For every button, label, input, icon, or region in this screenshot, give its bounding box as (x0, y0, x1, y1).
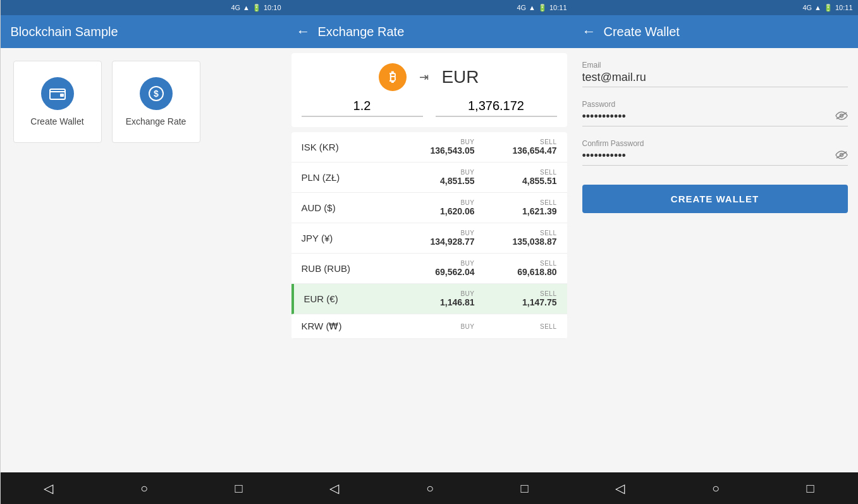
rate-row-rub: RUB (RUB) BUY 69,562.04 SELL 69,618.80 (291, 254, 567, 284)
rate-values-isk: BUY 136,543.05 SELL 136,654.47 (418, 138, 557, 156)
exchange-rate-card[interactable]: $ Exchange Rate (112, 61, 200, 143)
buy-col-krw: BUY (418, 323, 475, 330)
recents-btn-1[interactable]: □ (223, 476, 255, 501)
confirm-password-group: Confirm Password (582, 139, 848, 166)
buy-col-rub: BUY 69,562.04 (418, 260, 475, 277)
signal-icon-2: 4G (517, 4, 526, 11)
buy-value-pln: 4,851.55 (418, 176, 475, 186)
sell-value-isk: 136,654.47 (500, 145, 557, 156)
main-content: Create Wallet $ Exchange Rate (1, 48, 286, 472)
top-bar-1: Blockchain Sample (1, 15, 286, 48)
confirm-password-input[interactable] (582, 149, 835, 163)
buy-col-pln: BUY 4,851.55 (418, 169, 475, 186)
recents-btn-2[interactable]: □ (508, 476, 541, 501)
currency-eur: EUR (€) (304, 293, 418, 304)
bottom-nav-2: ◁ ○ □ (286, 472, 572, 504)
screen-main: 4G ▲ 🔋 10:10 Blockchain Sample Create Wa… (1, 0, 286, 504)
bottom-nav-3: ◁ ○ □ (572, 472, 858, 504)
currency-pln: PLN (ZŁ) (302, 172, 418, 183)
buy-value-jpy: 134,928.77 (418, 237, 475, 247)
sell-value-eur: 1,147.75 (500, 297, 557, 307)
password-label: Password (582, 100, 848, 109)
confirm-input-wrapper (582, 149, 848, 166)
confirm-toggle-icon[interactable] (835, 151, 848, 162)
rate-row-jpy: JPY (¥) BUY 134,928.77 SELL 135,038.87 (291, 223, 567, 254)
sell-col-eur: SELL 1,147.75 (500, 290, 557, 307)
converter-box: ₿ ⇥ EUR (291, 53, 567, 127)
create-wallet-button[interactable]: CREATE WALLET (582, 185, 848, 213)
rate-row-pln: PLN (ZŁ) BUY 4,851.55 SELL 4,855.51 (291, 163, 567, 193)
email-label: Email (582, 61, 848, 70)
back-arrow-3[interactable]: ← (582, 25, 596, 39)
buy-label-isk: BUY (418, 138, 475, 145)
back-btn-2[interactable]: ◁ (317, 476, 352, 501)
create-wallet-icon (41, 77, 74, 110)
sell-col-pln: SELL 4,855.51 (500, 169, 557, 186)
battery-icon-2: 🔋 (538, 4, 547, 12)
buy-col-isk: BUY 136,543.05 (418, 138, 475, 156)
btc-icon: ₿ (379, 63, 407, 91)
home-btn-1[interactable]: ○ (128, 476, 161, 501)
buy-col-aud: BUY 1,620.06 (418, 199, 475, 216)
signal-icon-3: 4G (802, 4, 812, 11)
buy-col-jpy: BUY 134,928.77 (418, 230, 475, 247)
confirm-label: Confirm Password (582, 139, 848, 148)
buy-value-isk: 136,543.05 (418, 145, 475, 156)
sell-col-jpy: SELL 135,038.87 (500, 230, 557, 247)
rate-row-eur: EUR (€) BUY 1,146.81 SELL 1,147.75 (291, 284, 567, 314)
exchange-rate-label: Exchange Rate (126, 116, 187, 126)
password-input-wrapper (582, 110, 848, 126)
password-group: Password (582, 100, 848, 126)
svg-text:$: $ (154, 89, 159, 99)
signal-bars-3: ▲ (814, 4, 821, 11)
back-btn-3[interactable]: ◁ (603, 476, 637, 501)
sell-col-aud: SELL 1,621.39 (500, 199, 557, 216)
svg-rect-1 (60, 94, 64, 97)
rate-values-aud: BUY 1,620.06 SELL 1,621.39 (418, 199, 557, 216)
time-3: 10:11 (835, 4, 853, 11)
password-input[interactable] (582, 110, 835, 123)
back-btn-1[interactable]: ◁ (31, 476, 66, 501)
currency-label: EUR (441, 67, 479, 87)
currency-rub: RUB (RUB) (302, 263, 418, 274)
password-toggle-icon[interactable] (835, 111, 848, 123)
rate-values-eur: BUY 1,146.81 SELL 1,147.75 (418, 290, 557, 307)
converter-top: ₿ ⇥ EUR (302, 63, 557, 91)
eur-input[interactable] (436, 96, 557, 116)
rate-row-aud: AUD ($) BUY 1,620.06 SELL 1,621.39 (291, 193, 567, 223)
status-bar-1: 4G ▲ 🔋 10:10 (1, 0, 286, 15)
status-bar-2: 4G ▲ 🔋 10:11 (286, 0, 572, 15)
sell-value-rub: 69,618.80 (500, 267, 557, 277)
create-wallet-card[interactable]: Create Wallet (13, 61, 102, 143)
top-bar-2: ← Exchange Rate (286, 15, 572, 48)
signal-icon: 4G (231, 4, 240, 11)
app-title: Blockchain Sample (11, 25, 118, 39)
sell-col-krw: SELL (500, 323, 557, 330)
sell-col-isk: SELL 136,654.47 (500, 138, 557, 156)
battery-icon: 🔋 (252, 4, 261, 12)
currency-jpy: JPY (¥) (302, 233, 418, 243)
email-input-wrapper (582, 71, 848, 87)
battery-icon-3: 🔋 (824, 4, 833, 12)
eur-input-group (436, 96, 557, 117)
wallet-content: Email Password Confirm Password (572, 48, 858, 472)
currency-krw: KRW (₩) (302, 321, 418, 332)
email-group: Email (582, 61, 848, 87)
home-btn-2[interactable]: ○ (414, 476, 446, 501)
exchange-title: Exchange Rate (318, 25, 405, 39)
converter-inputs (302, 96, 557, 117)
back-arrow-2[interactable]: ← (297, 25, 310, 39)
time-1: 10:10 (264, 4, 281, 11)
recents-btn-3[interactable]: □ (794, 476, 827, 501)
screen-wallet: 4G ▲ 🔋 10:11 ← Create Wallet Email Passw… (572, 0, 858, 504)
sell-value-pln: 4,855.51 (500, 176, 557, 186)
buy-value-rub: 69,562.04 (418, 267, 475, 277)
sell-value-aud: 1,621.39 (500, 206, 557, 216)
rate-values-rub: BUY 69,562.04 SELL 69,618.80 (418, 260, 557, 277)
status-bar-3: 4G ▲ 🔋 10:11 (572, 0, 858, 15)
time-2: 10:11 (549, 4, 567, 11)
home-btn-3[interactable]: ○ (699, 476, 732, 501)
signal-bars: ▲ (243, 4, 250, 11)
email-input[interactable] (582, 71, 848, 84)
btc-input[interactable] (302, 96, 423, 116)
